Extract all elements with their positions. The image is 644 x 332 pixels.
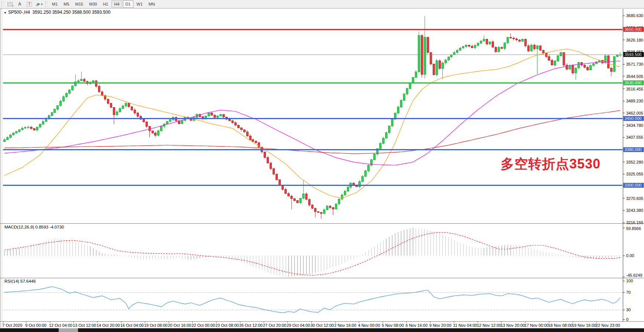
tab-timeframe-D1[interactable]: D1	[123, 0, 133, 8]
font-a-button[interactable]: A	[15, 0, 24, 8]
date-tick-label: 14 Oct 20:00	[97, 323, 120, 328]
taskbar-gap-segment	[59, 328, 78, 332]
price-tick-label: 3544.505	[626, 74, 643, 79]
date-axis: 7 Oct 20209 Oct 00:0012 Oct 04:0013 Oct …	[2, 322, 620, 328]
date-tick-label: 30 Oct 12:00	[310, 323, 334, 328]
level-price-tag: 3450.000	[624, 116, 644, 121]
date-tick-label: 18 Nov 08:00	[548, 323, 572, 328]
price-tick-label: 3462.005	[626, 111, 643, 115]
grid-dots-icon-button[interactable]: F	[6, 0, 14, 8]
date-tick-label: 7 Oct 2020	[2, 323, 22, 328]
chart-symbol-period: SP500-,H4	[8, 10, 30, 15]
tab-timeframe-M15[interactable]: M15	[73, 0, 86, 8]
dropdown-caret-icon: ▾	[41, 3, 42, 6]
rsi-tick-label: 30	[626, 308, 631, 312]
rsi-tick-label: 0	[626, 317, 628, 322]
level-price-tag: 3380.000	[624, 147, 644, 152]
date-tick-label: 19 Oct 08:00	[144, 323, 167, 328]
date-tick-label: 22 Nov 23:00	[596, 323, 620, 328]
tab-timeframe-M1[interactable]: M1	[49, 0, 60, 8]
text-a-icon: A	[18, 1, 22, 7]
rsi-line	[4, 287, 620, 313]
text-label-icon: T	[27, 2, 32, 7]
price-tick-label: 3243.380	[626, 208, 643, 213]
date-tick-label: 2 Nov 16:00	[334, 323, 356, 328]
macd-axis: 59.85660.00-45.6249	[623, 226, 642, 277]
price-tick-label: 3571.730	[626, 62, 643, 66]
candle-bodies	[4, 36, 621, 213]
price-tick-label: 3434.780	[626, 123, 643, 128]
date-tick-label: 9 Nov 20:00	[429, 323, 451, 328]
tab-timeframe-W1[interactable]: W1	[134, 0, 146, 8]
grid-dots-icon: F	[7, 2, 13, 6]
level-price-tag: 3650.000	[624, 27, 644, 32]
arrow-tools-icon	[35, 2, 40, 6]
rsi-tick-label: 70	[626, 290, 631, 295]
date-tick-label: 19 Nov 16:00	[572, 323, 596, 328]
date-tick-label: 5 Nov 08:00	[382, 323, 404, 328]
fast-ma-orange-line	[4, 49, 620, 198]
price-tick-label: 3270.605	[626, 196, 643, 201]
mt4-application: F A T ▾ M1M5M15M30H1H4D1W1MN 3680.630365…	[0, 0, 644, 332]
date-tick-label: 26 Oct 12:00	[239, 323, 263, 328]
date-tick-label: 12 Oct 04:00	[49, 323, 72, 328]
date-tick-label: 17 Nov 00:00	[524, 323, 549, 328]
date-tick-label: 12 Nov 12:00	[477, 323, 501, 328]
date-tick-label: 27 Oct 20:00	[263, 323, 286, 328]
svg-text:3380.000: 3380.000	[625, 147, 642, 152]
date-tick-label: 13 Nov 20:00	[501, 323, 525, 328]
text-label-tool-button[interactable]: T	[25, 0, 34, 8]
date-tick-label: 20 Oct 16:00	[168, 323, 191, 328]
date-tick-label: 23 Oct 08:00	[215, 323, 239, 328]
macd-tick-label: -45.6249	[626, 273, 642, 277]
svg-text:3450.000: 3450.000	[625, 116, 642, 121]
macd-tick-label: 59.8566	[626, 226, 641, 231]
current-price-tag: 3593.500	[624, 52, 644, 57]
svg-text:3593.500: 3593.500	[625, 52, 642, 57]
macd-histogram	[4, 228, 620, 277]
price-tick-label: 3407.555	[626, 135, 643, 139]
price-tick-label: 3489.230	[626, 99, 643, 103]
macd-tick-label: 0.00	[626, 253, 634, 258]
svg-text:3530.000: 3530.000	[625, 80, 642, 85]
price-tick-label: 3680.630	[626, 13, 643, 18]
level-price-tag: 3530.000	[624, 80, 644, 85]
price-tick-label: 3325.055	[626, 172, 643, 176]
level-price-tag: 3300.000	[624, 183, 644, 188]
price-tick-label: 3352.280	[626, 160, 643, 164]
bottom-taskbar-strip[interactable]	[0, 328, 644, 332]
date-tick-label: 11 Nov 04:00	[453, 323, 477, 328]
chart-dropdown-icon[interactable]: ▼	[4, 11, 7, 14]
date-tick-label: 13 Oct 12:00	[73, 323, 96, 328]
timeframe-button-group: M1M5M15M30H1H4D1W1MN	[49, 0, 158, 8]
svg-text:3650.000: 3650.000	[625, 27, 642, 32]
tab-timeframe-M30[interactable]: M30	[87, 0, 100, 8]
tab-timeframe-H1[interactable]: H1	[100, 0, 111, 8]
rsi-tick-label: 100	[626, 279, 633, 283]
top-toolbar: F A T ▾ M1M5M15M30H1H4D1W1MN	[0, 0, 644, 9]
slow-ma-red-line	[4, 111, 620, 154]
date-tick-label: 22 Oct 00:00	[192, 323, 215, 328]
chart-text-annotation[interactable]: 多空转折点3530	[501, 155, 601, 173]
toolbar-grip[interactable]	[1, 1, 4, 7]
tab-timeframe-M5[interactable]: M5	[61, 0, 72, 8]
chart-ohlc-values: 3591.250 3594.250 3588.500 3593.500	[32, 10, 110, 15]
date-tick-label: 4 Nov 00:00	[358, 323, 380, 328]
svg-text:3300.000: 3300.000	[625, 183, 642, 187]
rsi-indicator-label: RSI(14) 57.6446	[4, 279, 36, 283]
rsi-axis: 10070300	[623, 279, 633, 322]
price-tick-label: 3516.455	[626, 87, 643, 91]
tab-timeframe-H4[interactable]: H4	[111, 0, 122, 8]
toolbar-grip-2[interactable]	[45, 1, 48, 7]
date-tick-label: 29 Oct 04:00	[287, 323, 310, 328]
arrow-tools-dropdown-button[interactable]: ▾	[35, 0, 43, 8]
chart-ohlc-title: ▼SP500-,H4 3591.250 3594.250 3588.500 35…	[4, 10, 111, 15]
date-tick-label: 9 Oct 00:00	[25, 323, 46, 328]
date-tick-label: 6 Nov 16:00	[406, 323, 427, 328]
date-tick-label: 16 Oct 04:00	[120, 323, 144, 328]
grid-sub-label: F	[12, 5, 14, 7]
price-tick-label: 3216.155	[626, 220, 643, 225]
price-tick-label: 3626.180	[626, 38, 643, 42]
macd-indicator-label: MACD(12,26,9) 0.8593 -4.0730	[4, 225, 64, 229]
tab-timeframe-MN[interactable]: MN	[146, 0, 157, 8]
